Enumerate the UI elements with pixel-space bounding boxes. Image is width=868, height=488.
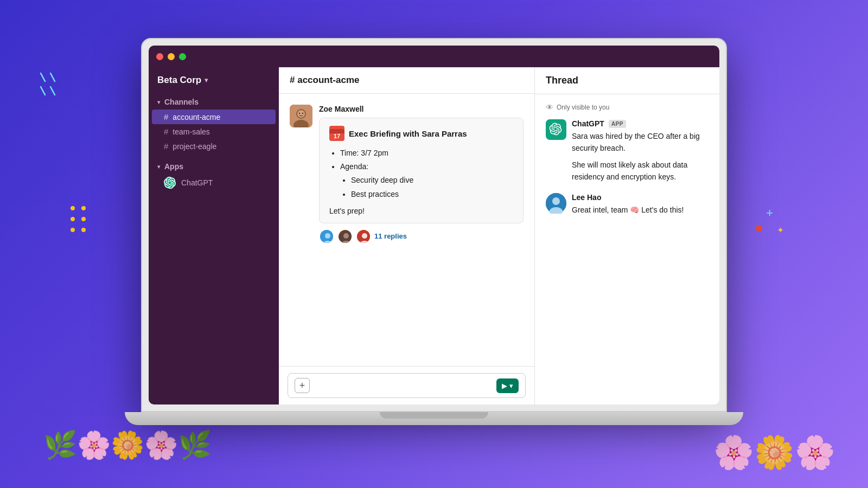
- send-button[interactable]: ▶ ▾: [496, 378, 519, 393]
- svg-point-21: [552, 197, 560, 205]
- channel-name-project-eagle: project-eagle: [173, 142, 216, 151]
- reply-avatar-2: [337, 229, 353, 244]
- apps-section-header[interactable]: ▾ Apps: [149, 159, 279, 174]
- sidebar-item-chatgpt[interactable]: ChatGPT: [149, 174, 279, 191]
- chatgpt-app-label: ChatGPT: [181, 178, 213, 187]
- laptop-notch: [380, 412, 488, 419]
- channels-section-header[interactable]: ▾ Channels: [149, 94, 279, 110]
- apps-label: Apps: [164, 162, 183, 171]
- sidebar-item-team-sales[interactable]: # team-sales: [149, 124, 279, 139]
- attach-button[interactable]: +: [295, 378, 310, 393]
- svg-point-7: [297, 110, 305, 118]
- workspace-title: Beta Corp: [157, 75, 201, 86]
- hash-icon-account-acme: #: [164, 112, 168, 121]
- sidebar-item-project-eagle[interactable]: # project-eagle: [149, 139, 279, 153]
- avatar-zoe: [290, 105, 312, 127]
- reply-avatar-1: [319, 229, 334, 244]
- thread-title: Thread: [546, 75, 578, 86]
- lee-message-content: Lee Hao Great intel, team 🧠 Let's do thi…: [572, 193, 709, 216]
- flowers-right-decor: 🌸🌼🌸: [713, 433, 835, 472]
- thread-panel: Thread 👁 Only visible to you: [535, 67, 719, 404]
- sidebar: Beta Corp ▾ ▾ Channels # account-acme #: [149, 67, 279, 404]
- workspace-name[interactable]: Beta Corp ▾: [149, 75, 279, 94]
- chatgpt-sender-row: ChatGPT APP: [572, 119, 709, 128]
- message-zoe: Zoe Maxwell 17 Exec Briefing with Sara P…: [290, 105, 524, 244]
- chatgpt-sender-name: ChatGPT: [572, 119, 604, 128]
- svg-point-8: [299, 113, 300, 114]
- thread-message-chatgpt: ChatGPT APP Sara was hired by the CEO af…: [546, 119, 709, 183]
- close-button[interactable]: [156, 53, 163, 60]
- svg-point-11: [325, 233, 330, 239]
- chatgpt-thread-avatar: [546, 119, 566, 140]
- sidebar-item-account-acme[interactable]: # account-acme: [152, 110, 276, 124]
- channels-label: Channels: [164, 98, 199, 106]
- app-content: Beta Corp ▾ ▾ Channels # account-acme #: [149, 67, 719, 404]
- hash-icon-project-eagle: #: [164, 142, 168, 151]
- channel-header: # account-acme: [279, 67, 534, 94]
- agenda-subitem-1: Security deep dive: [351, 174, 513, 187]
- svg-rect-19: [546, 119, 566, 140]
- hash-icon-team-sales: #: [164, 127, 168, 136]
- channel-main: # account-acme: [279, 67, 535, 404]
- minimize-button[interactable]: [168, 53, 175, 60]
- visibility-text: Only visible to you: [557, 104, 609, 111]
- meeting-title: 17 Exec Briefing with Sara Parras: [329, 126, 513, 141]
- chatgpt-text-2: She will most likely ask about data resi…: [572, 159, 709, 183]
- svg-point-14: [343, 233, 349, 239]
- eye-icon: 👁: [546, 103, 553, 112]
- lee-sender-row: Lee Hao: [572, 193, 709, 202]
- apps-section: ▾ Apps ChatGPT: [149, 159, 279, 191]
- message-input[interactable]: [315, 381, 491, 390]
- svg-point-9: [302, 113, 303, 114]
- svg-line-2: [41, 87, 45, 95]
- channel-name-team-sales: team-sales: [173, 127, 209, 136]
- app-window: Beta Corp ▾ ▾ Channels # account-acme #: [149, 46, 719, 404]
- channel-name-account-acme: account-acme: [173, 113, 220, 121]
- meeting-title-text: Exec Briefing with Sara Parras: [349, 129, 467, 138]
- sender-name-zoe: Zoe Maxwell: [319, 105, 524, 113]
- send-dropdown-icon: ▾: [509, 382, 513, 390]
- title-bar: [149, 46, 719, 67]
- avatar-lee: [546, 193, 566, 214]
- message-content-zoe: Zoe Maxwell 17 Exec Briefing with Sara P…: [319, 105, 524, 244]
- svg-point-17: [362, 233, 367, 239]
- send-icon: ▶: [502, 382, 507, 390]
- svg-line-1: [50, 73, 55, 81]
- thread-messages: 👁 Only visible to you: [535, 94, 719, 404]
- message-input-box: + ▶ ▾: [288, 373, 526, 398]
- meeting-card: 17 Exec Briefing with Sara Parras Time: …: [319, 118, 524, 223]
- channel-header-name: # account-acme: [290, 75, 360, 86]
- thread-message-lee: Lee Hao Great intel, team 🧠 Let's do thi…: [546, 193, 709, 216]
- agenda-subitems: Security deep dive Best practices: [340, 174, 513, 201]
- thread-replies-row: 11 replies: [319, 229, 524, 244]
- chatgpt-sidebar-icon: [164, 177, 176, 189]
- agenda-item: Agenda: Security deep dive Best practice…: [340, 160, 513, 201]
- reply-avatar-3: [356, 229, 371, 244]
- meeting-details: Time: 3/7 2pm Agenda: Security deep dive…: [329, 146, 513, 201]
- message-input-area: + ▶ ▾: [279, 366, 534, 404]
- channels-triangle-icon: ▾: [157, 99, 160, 105]
- maximize-button[interactable]: [179, 53, 186, 60]
- thread-header: Thread: [535, 67, 719, 94]
- laptop-base: [125, 412, 743, 425]
- laptop-screen: Beta Corp ▾ ▾ Channels # account-acme #: [141, 38, 727, 412]
- agenda-subitem-2: Best practices: [351, 188, 513, 201]
- apps-triangle-icon: ▾: [157, 164, 160, 170]
- chatgpt-text-1: Sara was hired by the CEO after a big se…: [572, 130, 709, 155]
- app-badge: APP: [609, 120, 626, 128]
- calendar-icon: 17: [329, 126, 344, 141]
- workspace-chevron-icon: ▾: [205, 76, 208, 84]
- time-item: Time: 3/7 2pm: [340, 146, 513, 160]
- lee-text: Great intel, team 🧠 Let's do this!: [572, 204, 709, 216]
- channel-messages: Zoe Maxwell 17 Exec Briefing with Sara P…: [279, 94, 534, 366]
- lee-sender-name: Lee Hao: [572, 193, 601, 202]
- svg-line-3: [50, 87, 55, 95]
- svg-line-0: [41, 73, 45, 81]
- replies-count[interactable]: 11 replies: [374, 232, 407, 240]
- visibility-banner: 👁 Only visible to you: [546, 103, 709, 112]
- lets-prep-text: Let's prep!: [329, 207, 513, 215]
- chatgpt-message-content: ChatGPT APP Sara was hired by the CEO af…: [572, 119, 709, 183]
- laptop-container: Beta Corp ▾ ▾ Channels # account-acme #: [141, 38, 727, 450]
